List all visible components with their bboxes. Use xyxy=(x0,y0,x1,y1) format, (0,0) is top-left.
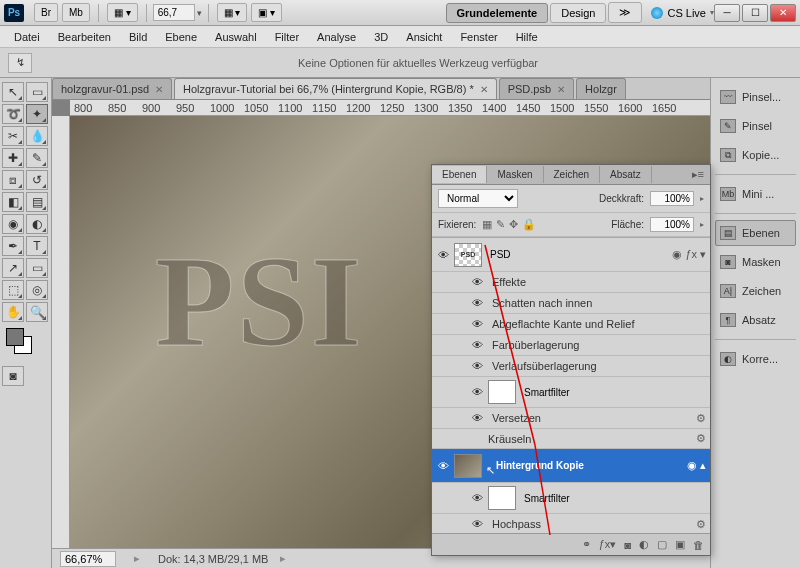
menu-ebene[interactable]: Ebene xyxy=(157,28,205,46)
effects-group[interactable]: 👁Effekte xyxy=(432,272,710,293)
bridge-button[interactable]: Br xyxy=(34,3,58,22)
status-zoom-field[interactable] xyxy=(60,551,116,567)
visibility-icon[interactable]: 👁 xyxy=(470,338,484,352)
doc-tab-1[interactable]: Holzgravur-Tutorial bei 66,7% (Hintergru… xyxy=(174,78,497,99)
path-select-tool[interactable]: ↗ xyxy=(2,258,24,278)
effect-schatten[interactable]: 👁Schatten nach innen xyxy=(432,293,710,314)
lock-position-icon[interactable]: ✥ xyxy=(509,218,518,231)
visibility-icon[interactable]: 👁 xyxy=(470,317,484,331)
doc-tab-3[interactable]: Holzgr xyxy=(576,78,626,99)
filter-versetzen[interactable]: 👁Versetzen⚙ xyxy=(432,408,710,429)
tab-absatz[interactable]: Absatz xyxy=(600,166,652,183)
menu-auswahl[interactable]: Auswahl xyxy=(207,28,265,46)
menu-ansicht[interactable]: Ansicht xyxy=(398,28,450,46)
visibility-icon[interactable]: 👁 xyxy=(470,411,484,425)
filter-hochpass[interactable]: 👁Hochpass⚙ xyxy=(432,514,710,533)
foreground-color[interactable] xyxy=(6,328,24,346)
effect-kante[interactable]: 👁Abgeflachte Kante und Relief xyxy=(432,314,710,335)
visibility-icon[interactable]: 👁 xyxy=(470,491,484,505)
menu-fenster[interactable]: Fenster xyxy=(452,28,505,46)
visibility-icon[interactable]: 👁 xyxy=(470,275,484,289)
group-icon[interactable]: ▢ xyxy=(657,538,667,551)
layer-style-icon[interactable]: ƒx▾ xyxy=(599,538,617,551)
panel-minibridge[interactable]: MbMini ... xyxy=(715,181,796,207)
visibility-icon[interactable]: 👁 xyxy=(470,517,484,531)
crop-tool[interactable]: ✂ xyxy=(2,126,24,146)
type-tool[interactable]: T xyxy=(26,236,48,256)
pen-tool[interactable]: ✒ xyxy=(2,236,24,256)
doc-tab-2[interactable]: PSD.psb✕ xyxy=(499,78,574,99)
eyedropper-tool[interactable]: 💧 xyxy=(26,126,48,146)
close-icon[interactable]: ✕ xyxy=(155,84,163,95)
fx-icon[interactable]: ƒx xyxy=(685,248,697,261)
fill-field[interactable] xyxy=(650,217,694,232)
3d-camera-tool[interactable]: ◎ xyxy=(26,280,48,300)
visibility-icon[interactable]: 👁 xyxy=(436,459,450,473)
new-layer-icon[interactable]: ▣ xyxy=(675,538,685,551)
ruler-horizontal[interactable]: 8008509009501000105011001150120012501300… xyxy=(70,100,710,116)
collapse-icon[interactable]: ▾ xyxy=(700,248,706,261)
filter-options-icon[interactable]: ⚙ xyxy=(696,432,706,445)
stamp-tool[interactable]: ⧈ xyxy=(2,170,24,190)
quickmask-button[interactable]: ◙ xyxy=(2,366,24,386)
layer-psd[interactable]: 👁 PSD ◉ƒx▾ xyxy=(432,238,710,272)
panel-absatz[interactable]: ¶Absatz xyxy=(715,307,796,333)
cslive-button[interactable]: CS Live ▾ xyxy=(651,7,714,19)
adjustment-layer-icon[interactable]: ◐ xyxy=(639,538,649,551)
tab-zeichen[interactable]: Zeichen xyxy=(544,166,601,183)
visibility-icon[interactable]: 👁 xyxy=(470,385,484,399)
minibridge-button[interactable]: Mb xyxy=(62,3,90,22)
menu-filter[interactable]: Filter xyxy=(267,28,307,46)
filter-mask-thumbnail[interactable] xyxy=(488,486,516,510)
opacity-field[interactable] xyxy=(650,191,694,206)
menu-bearbeiten[interactable]: Bearbeiten xyxy=(50,28,119,46)
menu-datei[interactable]: Datei xyxy=(6,28,48,46)
shape-tool[interactable]: ▭ xyxy=(26,258,48,278)
lock-all-icon[interactable]: 🔒 xyxy=(522,218,536,231)
link-layers-icon[interactable]: ⚭ xyxy=(582,538,591,551)
panel-pinsel[interactable]: ✎Pinsel xyxy=(715,113,796,139)
lock-transparency-icon[interactable]: ▦ xyxy=(482,218,492,231)
menu-bild[interactable]: Bild xyxy=(121,28,155,46)
close-icon[interactable]: ✕ xyxy=(557,84,565,95)
zoom-field[interactable] xyxy=(153,4,195,21)
history-brush-tool[interactable]: ↺ xyxy=(26,170,48,190)
blend-mode-select[interactable]: Normal xyxy=(438,189,518,208)
ruler-vertical[interactable] xyxy=(52,116,70,548)
visibility-icon[interactable]: 👁 xyxy=(470,296,484,310)
dodge-tool[interactable]: ◐ xyxy=(26,214,48,234)
panel-masken[interactable]: ◙Masken xyxy=(715,249,796,275)
panel-pinsel-presets[interactable]: 〰Pinsel... xyxy=(715,84,796,110)
effect-verlauf[interactable]: 👁Verlaufsüberlagerung xyxy=(432,356,710,377)
blur-tool[interactable]: ◉ xyxy=(2,214,24,234)
brush-tool[interactable]: ✎ xyxy=(26,148,48,168)
panel-menu-icon[interactable]: ▸≡ xyxy=(686,168,710,181)
filter-mask-thumbnail[interactable] xyxy=(488,380,516,404)
hand-tool[interactable]: ✋ xyxy=(2,302,24,322)
doc-tab-0[interactable]: holzgravur-01.psd✕ xyxy=(52,78,172,99)
visibility-icon[interactable]: 👁 xyxy=(470,359,484,373)
menu-hilfe[interactable]: Hilfe xyxy=(508,28,546,46)
tab-ebenen[interactable]: Ebenen xyxy=(432,166,487,183)
layer-mask-icon[interactable]: ◙ xyxy=(624,539,631,551)
layers-panel[interactable]: Ebenen Masken Zeichen Absatz ▸≡ Normal D… xyxy=(431,164,711,556)
workspace-design[interactable]: Design xyxy=(550,3,606,23)
menu-analyse[interactable]: Analyse xyxy=(309,28,364,46)
minimize-button[interactable]: ─ xyxy=(714,4,740,22)
delete-layer-icon[interactable]: 🗑 xyxy=(693,539,704,551)
layer-thumbnail[interactable] xyxy=(454,454,482,478)
arrange-button[interactable]: ▦ ▾ xyxy=(217,3,248,22)
panel-zeichen[interactable]: A|Zeichen xyxy=(715,278,796,304)
heal-tool[interactable]: ✚ xyxy=(2,148,24,168)
workspace-more[interactable]: ≫ xyxy=(608,2,642,23)
quickselect-tool[interactable]: ✦ xyxy=(26,104,48,124)
filter-kraeuseln[interactable]: Kräuseln⚙ xyxy=(432,429,710,449)
view-extras-button[interactable]: ▦ ▾ xyxy=(107,3,138,22)
lock-pixels-icon[interactable]: ✎ xyxy=(496,218,505,231)
screenmode-button[interactable]: ▣ ▾ xyxy=(251,3,282,22)
layer-thumbnail[interactable] xyxy=(454,243,482,267)
menu-3d[interactable]: 3D xyxy=(366,28,396,46)
smartfilter-1[interactable]: 👁 Smartfilter xyxy=(432,377,710,408)
tab-masken[interactable]: Masken xyxy=(487,166,543,183)
3d-tool[interactable]: ⬚ xyxy=(2,280,24,300)
